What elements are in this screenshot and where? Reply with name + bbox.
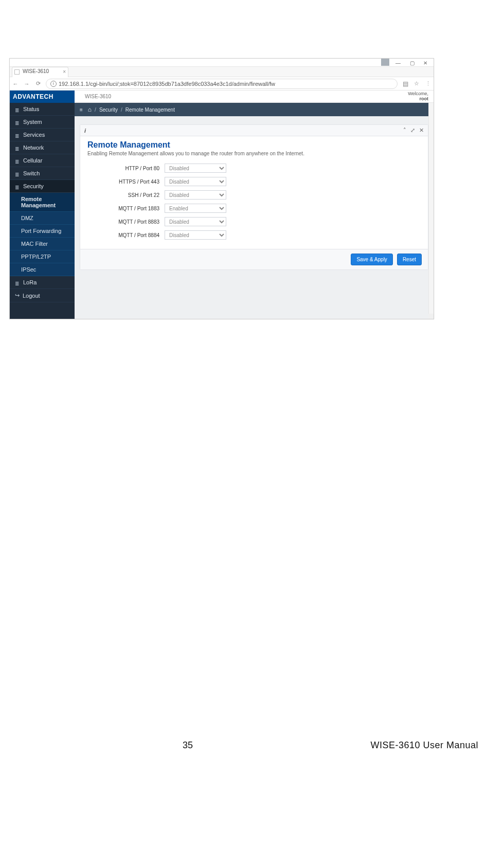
- sidebar-item-label: Logout: [23, 293, 40, 299]
- select-mqtt-8884[interactable]: Disabled: [165, 230, 226, 240]
- browser-tab[interactable]: WISE-3610 ×: [12, 67, 68, 77]
- panel-close-icon[interactable]: ✕: [419, 127, 424, 134]
- list-icon: [15, 171, 20, 175]
- site-info-icon[interactable]: i: [50, 81, 57, 87]
- nav-forward-icon[interactable]: →: [21, 81, 32, 87]
- page-number: 35: [183, 740, 193, 751]
- panel-expand-icon[interactable]: ⤢: [410, 127, 415, 134]
- sidebar-item-label: LoRa: [23, 279, 37, 285]
- sidebar-sub-label: IPSec: [21, 266, 36, 273]
- browser-tab-strip: WISE-3610 ×: [10, 67, 434, 77]
- sidebar-item-services[interactable]: Services: [10, 129, 75, 141]
- address-bar[interactable]: i 192.168.1.1/cgi-bin/luci/;stok=87012c8…: [46, 79, 398, 89]
- tab-favicon-icon: [14, 69, 20, 75]
- sidebar-sub-ipsec[interactable]: IPSec: [10, 263, 75, 276]
- window-account-icon: [381, 59, 389, 66]
- select-http[interactable]: Disabled: [165, 164, 226, 173]
- list-icon: [15, 158, 20, 163]
- window-close-icon[interactable]: ✕: [423, 60, 428, 65]
- document-page: — ▢ ✕ WISE-3610 × ← → ⟳ i 192.168.1.1/cg…: [0, 0, 504, 848]
- browser-menu-icon[interactable]: ⋮: [422, 80, 434, 87]
- scroll-corner: [428, 314, 434, 319]
- nav-back-icon[interactable]: ←: [10, 81, 21, 87]
- panel-title: Remote Management: [87, 140, 421, 150]
- sidebar-sub-remote-management[interactable]: Remote Management: [10, 193, 75, 212]
- home-icon[interactable]: ⌂: [88, 106, 92, 113]
- breadcrumb-separator: /: [95, 107, 96, 113]
- panel-body: Remote Management Enabling Remote Manage…: [80, 136, 428, 249]
- form-row: SSH / Port 22 Disabled: [87, 190, 421, 200]
- list-icon: [15, 184, 20, 188]
- settings-panel: i ˄ ⤢ ✕ Remote Management Enabling Remot…: [80, 124, 428, 270]
- brand-text: ADVANTECH: [13, 93, 53, 100]
- sidebar-item-switch[interactable]: Switch: [10, 167, 75, 180]
- scrollbar[interactable]: [428, 103, 434, 319]
- tab-title: WISE-3610: [23, 68, 49, 74]
- select-https[interactable]: Disabled: [165, 177, 226, 186]
- sidebar-item-system[interactable]: System: [10, 116, 75, 129]
- sidebar-item-logout[interactable]: Logout: [10, 289, 75, 302]
- sidebar-sub-label: Port Forwarding: [21, 228, 61, 234]
- save-apply-button[interactable]: Save & Apply: [351, 254, 392, 265]
- select-ssh[interactable]: Disabled: [165, 190, 226, 200]
- form-row: MQTT / Port 1883 Enabled: [87, 204, 421, 213]
- breadcrumb-section[interactable]: Security: [99, 107, 118, 113]
- form-label: HTTPS / Port 443: [87, 179, 165, 185]
- sidebar-sub-dmz[interactable]: DMZ: [10, 212, 75, 225]
- settings-form: HTTP / Port 80 Disabled HTTPS / Port 443…: [87, 164, 421, 240]
- app-body: Status System Services Network Cellular …: [10, 103, 434, 319]
- list-icon: [15, 280, 20, 284]
- list-icon: [15, 146, 20, 150]
- sidebar-sub-label: DMZ: [21, 215, 33, 221]
- form-row: HTTP / Port 80 Disabled: [87, 164, 421, 173]
- tab-close-icon[interactable]: ×: [63, 69, 66, 75]
- sidebar-item-label: Network: [23, 145, 44, 151]
- welcome-user: root: [408, 97, 428, 101]
- window-titlebar: — ▢ ✕: [10, 59, 434, 67]
- hamburger-icon[interactable]: ≡: [80, 107, 83, 113]
- sidebar-sub-label: MAC Filter: [21, 241, 48, 247]
- sidebar-item-lora[interactable]: LoRa: [10, 276, 75, 289]
- sidebar-item-status[interactable]: Status: [10, 103, 75, 116]
- sidebar-item-security[interactable]: Security: [10, 180, 75, 193]
- sidebar-item-network[interactable]: Network: [10, 141, 75, 154]
- list-icon: [15, 107, 20, 111]
- select-mqtt-8883[interactable]: Disabled: [165, 217, 226, 226]
- form-label: MQTT / Port 8883: [87, 219, 165, 225]
- window-minimize-icon[interactable]: —: [395, 60, 401, 65]
- sidebar-sub-pptp-l2tp[interactable]: PPTP/L2TP: [10, 250, 75, 263]
- form-row: MQTT / Port 8884 Disabled: [87, 230, 421, 240]
- sidebar: Status System Services Network Cellular …: [10, 103, 75, 319]
- list-icon: [15, 120, 20, 124]
- sidebar-item-label: Status: [23, 106, 39, 112]
- bookmark-star-icon[interactable]: ☆: [411, 80, 422, 87]
- app-shell: ADVANTECH WISE-3610 Welcome, root Status…: [10, 91, 434, 319]
- app-header: ADVANTECH WISE-3610 Welcome, root: [10, 91, 434, 103]
- panel-footer: Save & Apply Reset: [80, 249, 428, 269]
- sidebar-item-label: Security: [23, 183, 44, 189]
- sidebar-sub-port-forwarding[interactable]: Port Forwarding: [10, 225, 75, 238]
- sidebar-item-label: Switch: [23, 170, 40, 176]
- main-area: ≡ ⌂ / Security / Remote Management i ˄: [75, 103, 434, 319]
- form-row: HTTPS / Port 443 Disabled: [87, 177, 421, 186]
- select-mqtt-1883[interactable]: Enabled: [165, 204, 226, 213]
- list-icon: [15, 133, 20, 137]
- device-name: WISE-3610: [75, 94, 111, 99]
- breadcrumb-separator: /: [121, 107, 122, 113]
- panel-wrap: i ˄ ⤢ ✕ Remote Management Enabling Remot…: [75, 116, 434, 319]
- reset-button[interactable]: Reset: [397, 254, 422, 265]
- window-maximize-icon[interactable]: ▢: [410, 60, 415, 65]
- form-label: MQTT / Port 8884: [87, 232, 165, 238]
- browser-toolbar: ← → ⟳ i 192.168.1.1/cgi-bin/luci/;stok=8…: [10, 77, 434, 91]
- sidebar-sub-mac-filter[interactable]: MAC Filter: [10, 238, 75, 250]
- welcome-block: Welcome, root: [408, 92, 434, 101]
- form-label: MQTT / Port 1883: [87, 206, 165, 211]
- translate-icon[interactable]: ▤: [400, 80, 411, 87]
- form-label: HTTP / Port 80: [87, 166, 165, 171]
- panel-collapse-icon[interactable]: ˄: [403, 127, 406, 134]
- nav-reload-icon[interactable]: ⟳: [32, 80, 44, 87]
- sidebar-item-cellular[interactable]: Cellular: [10, 154, 75, 167]
- brand-logo: ADVANTECH: [10, 91, 75, 103]
- sidebar-sub-label: Remote Management: [21, 196, 56, 208]
- document-title: WISE-3610 User Manual: [370, 740, 478, 751]
